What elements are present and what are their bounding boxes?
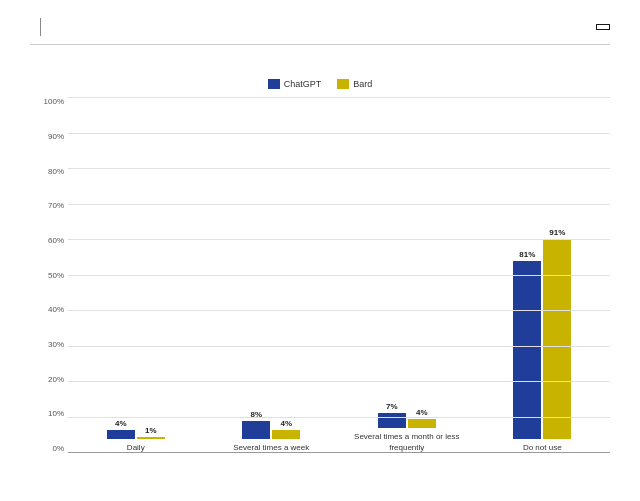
bar-chart: 0%10%20%30%40%50%60%70%80%90%100% 4%1%Da… — [30, 97, 610, 483]
bar-value-bard: 4% — [416, 408, 428, 417]
bar-bard — [543, 239, 571, 439]
y-axis-label: 10% — [30, 409, 68, 418]
legend-bard-label: Bard — [353, 79, 372, 89]
bar-value-chatgpt: 7% — [386, 402, 398, 411]
bar-group: 81%91%Do not use — [475, 228, 611, 453]
bar-bard — [137, 437, 165, 439]
y-axis-label: 90% — [30, 132, 68, 141]
x-axis-line — [68, 452, 610, 453]
bar-group: 4%1%Daily — [68, 419, 204, 453]
foundation-label — [596, 24, 610, 30]
bars-row: 4%1% — [107, 419, 165, 439]
bar-value-chatgpt: 8% — [250, 410, 262, 419]
header — [30, 18, 610, 45]
bar-group: 7%4%Several times a month or less freque… — [339, 402, 475, 453]
bar-value-chatgpt: 81% — [519, 250, 535, 259]
chart-legend: ChatGPT Bard — [30, 79, 610, 89]
y-axis-label: 20% — [30, 375, 68, 384]
y-axis-label: 80% — [30, 167, 68, 176]
bar-group: 8%4%Several times a week — [204, 410, 340, 453]
bars-row: 7%4% — [378, 402, 436, 428]
bar-chatgpt — [107, 430, 135, 439]
header-divider — [40, 18, 41, 36]
bar-wrap-bard: 4% — [408, 408, 436, 428]
y-axis-label: 70% — [30, 201, 68, 210]
y-axis-label: 30% — [30, 340, 68, 349]
x-axis-label: Several times a month or less frequently — [339, 432, 475, 453]
y-axis-label: 40% — [30, 305, 68, 314]
page: ChatGPT Bard 0%10%20%30%40%50%60%70%80%9… — [0, 0, 640, 501]
bar-wrap-chatgpt: 4% — [107, 419, 135, 439]
bar-bard — [408, 419, 436, 428]
bar-value-bard: 1% — [145, 426, 157, 435]
bar-value-chatgpt: 4% — [115, 419, 127, 428]
bars-row: 81%91% — [513, 228, 571, 439]
bar-wrap-chatgpt: 81% — [513, 250, 541, 439]
y-axis-label: 100% — [30, 97, 68, 106]
legend-chatgpt-label: ChatGPT — [284, 79, 322, 89]
y-axis-label: 50% — [30, 271, 68, 280]
bar-value-bard: 4% — [280, 419, 292, 428]
legend-bard: Bard — [337, 79, 372, 89]
bar-groups: 4%1%Daily8%4%Several times a week7%4%Sev… — [68, 97, 610, 453]
bar-wrap-chatgpt: 8% — [242, 410, 270, 439]
chart-container: ChatGPT Bard 0%10%20%30%40%50%60%70%80%9… — [30, 73, 610, 483]
header-left — [30, 18, 51, 36]
bar-wrap-bard: 91% — [543, 228, 571, 439]
bars-row: 8%4% — [242, 410, 300, 439]
bar-wrap-bard: 1% — [137, 426, 165, 439]
bar-chatgpt — [242, 421, 270, 439]
bar-wrap-chatgpt: 7% — [378, 402, 406, 428]
legend-bard-color — [337, 79, 349, 89]
y-axis-label: 60% — [30, 236, 68, 245]
legend-chatgpt-color — [268, 79, 280, 89]
y-axis-label: 0% — [30, 444, 68, 453]
legend-chatgpt: ChatGPT — [268, 79, 322, 89]
bar-bard — [272, 430, 300, 439]
bar-chatgpt — [378, 413, 406, 428]
bar-value-bard: 91% — [549, 228, 565, 237]
y-axis: 0%10%20%30%40%50%60%70%80%90%100% — [30, 97, 68, 453]
bar-chatgpt — [513, 261, 541, 439]
bar-wrap-bard: 4% — [272, 419, 300, 439]
